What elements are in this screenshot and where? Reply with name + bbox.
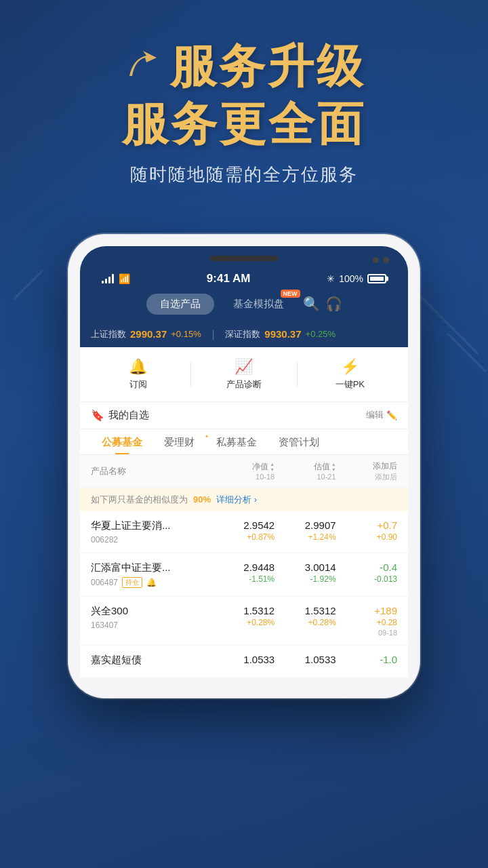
shenzhen-change: +0.25%	[306, 329, 336, 339]
watchlist-title-text: 我的自选	[108, 409, 149, 422]
similarity-pct: 90%	[193, 494, 211, 505]
wifi-icon: 📶	[119, 273, 130, 284]
phone-mockup: 📶 9:41 AM ✳ 100% 自选产品 基金模拟盘	[0, 234, 488, 698]
tab-fund-sim[interactable]: 基金模拟盘 NEW	[220, 294, 298, 315]
headset-icon[interactable]: 🎧	[325, 296, 342, 312]
fund-badge-2: 持仓	[122, 577, 142, 588]
action-divider-2	[297, 362, 298, 387]
fund-row-1[interactable]: 华夏上证主要消... 006282 2.9542 +0.87% 2.9907 +…	[80, 511, 408, 553]
fund-row-2[interactable]: 汇添富中证主要... 006487 持仓 🔔 2.9448 -1.51%	[80, 553, 408, 597]
watchlist-title: 🔖 我的自选	[91, 409, 149, 422]
app-tab-bar: 自选产品 基金模拟盘 NEW 🔍 🎧	[94, 288, 394, 321]
fund-name-4: 嘉实超短债	[91, 654, 214, 667]
fund-nav-2: 2.9448 -1.51%	[214, 561, 274, 584]
diagnosis-icon: 📈	[235, 358, 253, 376]
fund-name-1: 华夏上证主要消...	[91, 519, 214, 532]
fund-add-4: -1.0	[336, 654, 397, 665]
watchlist-header: 🔖 我的自选 编辑 ✏️	[80, 402, 408, 429]
fund-est-1: 2.9907 +1.24%	[274, 519, 336, 542]
new-badge: NEW	[281, 290, 300, 298]
diagnosis-label: 产品诊断	[226, 378, 262, 391]
tab-wealth-mgmt[interactable]: 爱理财	[153, 429, 205, 454]
fund-nav-4: 1.0533	[214, 654, 274, 667]
tab-watchlist[interactable]: 自选产品	[146, 294, 214, 315]
shanghai-label: 上证指数	[91, 328, 126, 340]
hero-line2: 服务更全面	[27, 98, 461, 149]
col-add-header: 添加后 添加后	[336, 460, 397, 482]
search-icon[interactable]: 🔍	[303, 296, 320, 312]
fund-row-4[interactable]: 嘉实超短债 1.0533 1.0533	[80, 646, 408, 678]
fund-row-3[interactable]: 兴全300 163407 1.5312 +0.28% 1.5312 +0.28%	[80, 597, 408, 646]
fund-code-1: 006282	[91, 535, 118, 545]
subscribe-label: 订阅	[129, 378, 147, 391]
similarity-warning: 如下两只基金的相似度为 90% 详细分析 ›	[80, 488, 408, 511]
phone-notch: 📶 9:41 AM ✳ 100% 自选产品 基金模拟盘	[80, 246, 408, 321]
hero-line1: 服务升级	[170, 41, 365, 92]
fund-code-3: 163407	[91, 620, 118, 630]
shenzhen-index: 深证指数 9930.37 +0.25%	[225, 328, 336, 340]
subscribe-action[interactable]: 🔔 订阅	[91, 355, 185, 393]
tab-asset-mgmt[interactable]: 资管计划	[268, 429, 330, 454]
shenzhen-label: 深证指数	[225, 328, 260, 340]
fund-est-2: 3.0014 -1.92%	[274, 561, 336, 584]
edit-label: 编辑	[366, 409, 384, 421]
edit-button[interactable]: 编辑 ✏️	[366, 409, 397, 421]
pk-label: 一键PK	[336, 378, 365, 391]
bluetooth-icon: ✳	[327, 273, 335, 284]
shanghai-change: +0.15%	[171, 329, 201, 339]
status-bar: 📶 9:41 AM ✳ 100%	[94, 269, 394, 288]
fund-code-2: 006487	[91, 578, 118, 587]
fund-nav-1: 2.9542 +0.87%	[214, 519, 274, 542]
fund-bell-icon-2: 🔔	[146, 578, 157, 587]
status-time: 9:41 AM	[207, 272, 251, 285]
fund-est-4: 1.0533	[274, 654, 336, 667]
ticker-divider: |	[212, 329, 215, 340]
edit-icon: ✏️	[386, 410, 397, 420]
diagnosis-action[interactable]: 📈 产品诊断	[197, 355, 291, 393]
phone-dots	[373, 257, 389, 263]
fund-add-2: -0.4 -0.013	[336, 561, 397, 584]
market-ticker: 上证指数 2990.37 +0.15% | 深证指数 9930.37 +0.25…	[80, 321, 408, 347]
status-left: 📶	[102, 273, 130, 284]
hero-title-row: 服务升级	[27, 41, 461, 92]
col-product-name: 产品名称	[91, 465, 214, 477]
signal-bars-icon	[102, 274, 114, 283]
status-right: ✳ 100%	[327, 273, 386, 284]
similarity-text: 如下两只基金的相似度为	[91, 494, 188, 506]
pk-action[interactable]: ⚡ 一键PK	[303, 355, 397, 393]
shanghai-index: 上证指数 2990.37 +0.15%	[91, 328, 201, 340]
hero-subtitle: 随时随地随需的全方位服务	[27, 163, 461, 186]
fund-nav-3: 1.5312 +0.28%	[214, 605, 274, 627]
shenzhen-value: 9930.37	[264, 328, 301, 340]
pk-icon: ⚡	[341, 358, 359, 376]
phone-speaker	[210, 256, 278, 261]
quick-actions-row: 🔔 订阅 📈 产品诊断 ⚡ 一键PK	[80, 347, 408, 402]
app-content: 上证指数 2990.37 +0.15% | 深证指数 9930.37 +0.25…	[80, 321, 408, 678]
action-divider-1	[190, 362, 191, 387]
fund-name-3: 兴全300	[91, 605, 214, 618]
fund-name-2: 汇添富中证主要...	[91, 561, 214, 574]
tab-public-fund[interactable]: 公募基金	[91, 429, 153, 454]
battery-percent: 100%	[339, 273, 363, 284]
bookmark-icon: 🔖	[91, 409, 104, 422]
fund-add-3: +189 +0.28 09-18	[336, 605, 397, 637]
col-nav-header[interactable]: 净值 ▲▼ 10-18	[214, 461, 274, 481]
subscribe-icon: 🔔	[129, 358, 147, 376]
fund-category-tabs: 公募基金 爱理财 私募基金 资管计划	[80, 429, 408, 455]
fund-add-1: +0.7 +0.90	[336, 519, 397, 542]
tab-private-fund[interactable]: 私募基金	[205, 429, 268, 454]
similarity-link[interactable]: 详细分析 ›	[216, 494, 257, 506]
upgrade-arrow-icon	[123, 45, 163, 86]
col-est-header[interactable]: 估值 ▲▼ 10-21	[274, 461, 336, 481]
hero-section: 服务升级 服务更全面 随时随地随需的全方位服务	[0, 0, 488, 234]
battery-icon	[367, 274, 386, 283]
shanghai-value: 2990.37	[130, 328, 167, 340]
table-header-row: 产品名称 净值 ▲▼ 10-18 估值 ▲▼ 1	[80, 455, 408, 488]
fund-est-3: 1.5312 +0.28%	[274, 605, 336, 627]
phone-frame: 📶 9:41 AM ✳ 100% 自选产品 基金模拟盘	[68, 234, 420, 698]
